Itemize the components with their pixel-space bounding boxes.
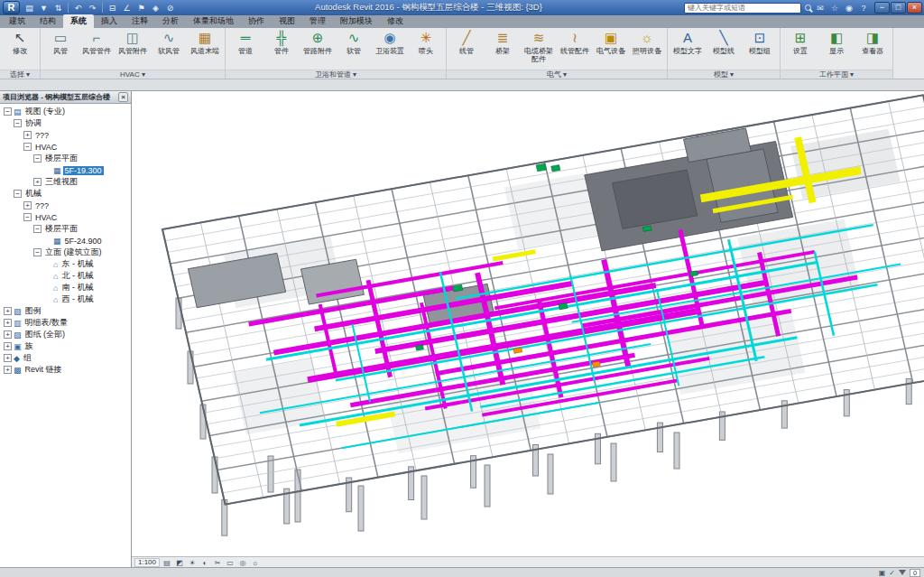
collapse-icon[interactable]: − — [33, 154, 42, 163]
temporary-hide-isolate-icon[interactable]: ◎ — [237, 558, 248, 567]
ribbon-tab[interactable]: 建筑 — [2, 14, 32, 28]
ribbon-button-flex-pipe[interactable]: ∿软管 — [336, 29, 372, 69]
ribbon-tab[interactable]: 体量和场地 — [186, 14, 241, 28]
project-browser-titlebar[interactable]: 项目浏览器 - 钢构模型五层综合楼 × — [0, 91, 131, 104]
ribbon-panel-label[interactable]: 卫浴和管道 ▾ — [226, 70, 446, 79]
ribbon-button-model-text[interactable]: A模型文字 — [670, 29, 706, 69]
expand-icon[interactable]: + — [23, 201, 32, 209]
tree-item[interactable]: ⌂西 - 机械 — [0, 293, 131, 305]
tree-item[interactable]: +▥明细表/数量 — [0, 317, 131, 329]
model-3d-view[interactable] — [132, 91, 924, 556]
ribbon-button-air-terminal[interactable]: ▦风道末端 — [187, 29, 223, 69]
ribbon-panel-label[interactable]: 工作平面 ▾ — [781, 70, 892, 79]
search-input[interactable] — [684, 3, 801, 14]
save-icon[interactable]: ▼ — [37, 2, 51, 14]
panel-close-icon[interactable]: × — [118, 92, 128, 102]
close-button[interactable]: × — [907, 2, 922, 14]
design-options-icon[interactable]: ▣ — [879, 569, 886, 577]
ribbon-tab[interactable]: 结构 — [32, 14, 63, 28]
tree-item[interactable]: −HVAC — [0, 211, 131, 223]
ribbon-tab[interactable]: 管理 — [302, 14, 333, 28]
collapse-icon[interactable]: − — [14, 119, 22, 127]
help-icon[interactable]: ? — [858, 4, 869, 13]
reveal-hidden-elements-icon[interactable]: ☼ — [250, 558, 261, 567]
drawing-area[interactable] — [132, 91, 924, 556]
ribbon-tab[interactable]: 分析 — [155, 14, 186, 28]
ribbon-button-pipe-fitting[interactable]: ╬管件 — [263, 29, 300, 69]
expand-icon[interactable]: + — [4, 366, 12, 374]
ribbon-button-workplane-set[interactable]: ⊞设置 — [782, 29, 818, 69]
sign-in-icon[interactable]: ◉ — [844, 4, 855, 13]
ribbon-button-cable-tray[interactable]: ≣桥架 — [485, 29, 521, 69]
sun-path-icon[interactable]: ☀ — [187, 558, 198, 567]
sync-with-central-icon[interactable]: ⇅ — [51, 2, 65, 14]
ribbon-button-duct-fitting[interactable]: ⌐风管管件 — [79, 29, 115, 69]
ribbon-button-lighting-fixture[interactable]: ☼照明设备 — [629, 29, 665, 69]
tree-item[interactable]: +▨图纸 (全部) — [0, 329, 131, 340]
tree-item[interactable]: +??? — [0, 129, 131, 141]
application-menu-button[interactable]: R — [3, 1, 20, 14]
tree-item[interactable]: −HVAC — [0, 141, 131, 153]
collapse-icon[interactable]: − — [23, 213, 32, 221]
expand-icon[interactable]: + — [23, 131, 32, 139]
ribbon-button-sprinkler[interactable]: ✳喷头 — [408, 29, 444, 69]
ribbon-button-flex-duct[interactable]: ∿软风管 — [151, 29, 187, 69]
tree-item[interactable]: ⌂东 - 机械 — [0, 258, 131, 270]
tree-item[interactable]: ⌂南 - 机械 — [0, 282, 131, 293]
ribbon-panel-label[interactable]: HVAC ▾ — [41, 70, 225, 79]
tree-item[interactable]: −机械 — [0, 188, 131, 200]
collapse-icon[interactable]: − — [4, 107, 12, 116]
tree-item[interactable]: −立面 (建筑立面) — [0, 247, 131, 258]
tree-item[interactable]: −楼层平面 — [0, 223, 131, 235]
ribbon-panel-label[interactable]: 模型 ▾ — [668, 70, 780, 79]
expand-icon[interactable]: + — [4, 307, 12, 315]
collapse-icon[interactable]: − — [23, 143, 32, 151]
minimize-button[interactable]: − — [874, 2, 890, 14]
expand-icon[interactable]: + — [4, 330, 12, 339]
expand-icon[interactable]: + — [33, 178, 42, 186]
ribbon-button-duct[interactable]: ▭风管 — [42, 29, 79, 69]
tree-item[interactable]: +◆组 — [0, 352, 131, 364]
ribbon-button-duct-accessory[interactable]: ◫风管附件 — [115, 29, 151, 69]
tree-item[interactable]: ▦5F-19.300 — [0, 164, 131, 176]
selection-filter-icon[interactable] — [899, 570, 906, 575]
view-scale[interactable]: 1:100 — [134, 558, 160, 567]
ribbon-button-conduit[interactable]: ╱线管 — [448, 29, 485, 69]
ribbon-button-workplane-show[interactable]: ◧显示 — [818, 29, 855, 69]
communication-center-icon[interactable]: ✉ — [815, 4, 826, 13]
undo-icon[interactable]: ↶ — [71, 2, 85, 14]
expand-icon[interactable]: + — [4, 354, 12, 362]
ribbon-panel-label[interactable]: 电气 ▾ — [447, 70, 667, 79]
ribbon-tab[interactable]: 修改 — [380, 14, 411, 28]
tree-item[interactable]: ▦5F-24.900 — [0, 235, 131, 247]
favorites-icon[interactable]: ☆ — [829, 4, 840, 13]
ribbon-tab[interactable]: 协作 — [241, 14, 272, 28]
maximize-button[interactable]: □ — [891, 2, 906, 14]
search-icon[interactable] — [805, 5, 811, 11]
collapse-icon[interactable]: − — [33, 248, 42, 256]
expand-icon[interactable]: + — [4, 319, 12, 327]
ribbon-tab[interactable]: 附加模块 — [333, 14, 380, 28]
collapse-icon[interactable]: − — [14, 190, 22, 198]
tree-item[interactable]: −▤视图 (专业) — [0, 106, 131, 117]
ribbon-tab[interactable]: 视图 — [272, 14, 302, 28]
ribbon-button-model-group[interactable]: ⊡模型组 — [742, 29, 778, 69]
tree-item[interactable]: −协调 — [0, 117, 131, 129]
ribbon-button-electrical-equipment[interactable]: ▣电气设备 — [593, 29, 629, 69]
ribbon-tab[interactable]: 注释 — [125, 14, 155, 28]
visual-style-icon[interactable]: ◩ — [174, 558, 185, 567]
ribbon-button-cable-tray-fitting[interactable]: ≋电缆桥架配件 — [521, 29, 557, 69]
section-icon[interactable]: ⊘ — [163, 2, 177, 14]
detail-level-icon[interactable]: ▤ — [162, 558, 172, 567]
print-icon[interactable]: ⊟ — [106, 2, 119, 14]
ribbon-button-pipe[interactable]: ═管道 — [227, 29, 263, 69]
tree-item[interactable]: +▣族 — [0, 340, 131, 352]
ribbon-button-conduit-fitting[interactable]: ≀线管配件 — [557, 29, 593, 69]
tree-item[interactable]: +三维视图 — [0, 176, 131, 188]
ribbon-tab[interactable]: 系统 — [63, 14, 94, 28]
show-crop-region-icon[interactable]: ▭ — [225, 558, 236, 567]
tree-item[interactable]: −楼层平面 — [0, 153, 131, 164]
ribbon-button-pipe-accessory[interactable]: ⊕管路附件 — [300, 29, 336, 69]
crop-view-icon[interactable]: ✂ — [212, 558, 223, 567]
ribbon-panel-label[interactable]: 选择 ▾ — [0, 70, 40, 79]
